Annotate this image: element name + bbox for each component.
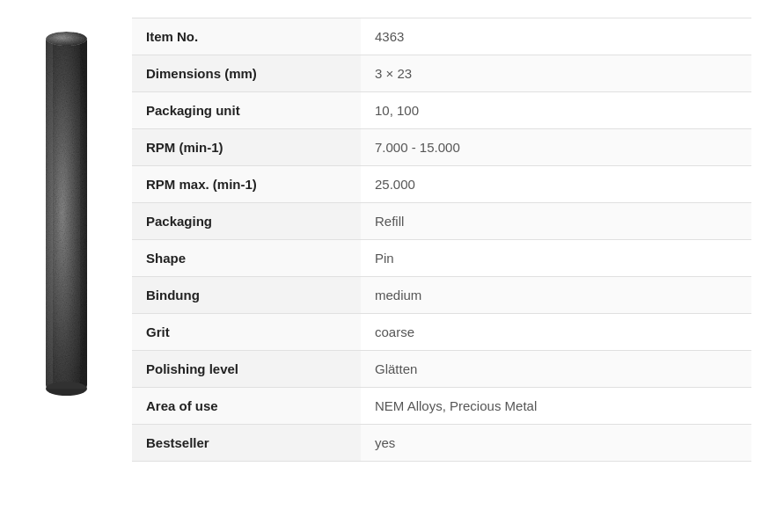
spec-label: Area of use bbox=[132, 388, 361, 425]
table-row: RPM max. (min-1)25.000 bbox=[132, 166, 751, 203]
spec-value: 25.000 bbox=[361, 166, 751, 203]
main-container: Item No.4363Dimensions (mm)3 × 23Packagi… bbox=[18, 18, 751, 462]
spec-label: Packaging bbox=[132, 203, 361, 240]
product-image-area bbox=[18, 18, 114, 396]
svg-rect-5 bbox=[46, 37, 87, 389]
table-row: Gritcoarse bbox=[132, 314, 751, 351]
product-specs-table: Item No.4363Dimensions (mm)3 × 23Packagi… bbox=[132, 18, 751, 462]
table-row: Item No.4363 bbox=[132, 18, 751, 55]
product-table-area: Item No.4363Dimensions (mm)3 × 23Packagi… bbox=[132, 18, 751, 462]
table-row: Dimensions (mm)3 × 23 bbox=[132, 55, 751, 92]
spec-value: 10, 100 bbox=[361, 92, 751, 129]
table-row: Bestselleryes bbox=[132, 425, 751, 462]
spec-value: 3 × 23 bbox=[361, 55, 751, 92]
spec-value: Pin bbox=[361, 240, 751, 277]
spec-value: yes bbox=[361, 425, 751, 462]
spec-label: Bindung bbox=[132, 277, 361, 314]
table-row: Area of useNEM Alloys, Precious Metal bbox=[132, 388, 751, 425]
spec-value: Glätten bbox=[361, 351, 751, 388]
spec-value: NEM Alloys, Precious Metal bbox=[361, 388, 751, 425]
spec-label: Grit bbox=[132, 314, 361, 351]
table-row: Polishing levelGlätten bbox=[132, 351, 751, 388]
spec-label: RPM max. (min-1) bbox=[132, 166, 361, 203]
spec-label: Dimensions (mm) bbox=[132, 55, 361, 92]
table-row: ShapePin bbox=[132, 240, 751, 277]
spec-label: Polishing level bbox=[132, 351, 361, 388]
spec-value: coarse bbox=[361, 314, 751, 351]
product-image bbox=[42, 26, 91, 396]
table-row: RPM (min-1)7.000 - 15.000 bbox=[132, 129, 751, 166]
spec-value: 7.000 - 15.000 bbox=[361, 129, 751, 166]
table-row: Bindungmedium bbox=[132, 277, 751, 314]
table-row: PackagingRefill bbox=[132, 203, 751, 240]
spec-label: Item No. bbox=[132, 18, 361, 55]
spec-value: medium bbox=[361, 277, 751, 314]
spec-label: RPM (min-1) bbox=[132, 129, 361, 166]
spec-value: 4363 bbox=[361, 18, 751, 55]
spec-label: Packaging unit bbox=[132, 92, 361, 129]
table-row: Packaging unit10, 100 bbox=[132, 92, 751, 129]
spec-label: Bestseller bbox=[132, 425, 361, 462]
spec-value: Refill bbox=[361, 203, 751, 240]
spec-label: Shape bbox=[132, 240, 361, 277]
